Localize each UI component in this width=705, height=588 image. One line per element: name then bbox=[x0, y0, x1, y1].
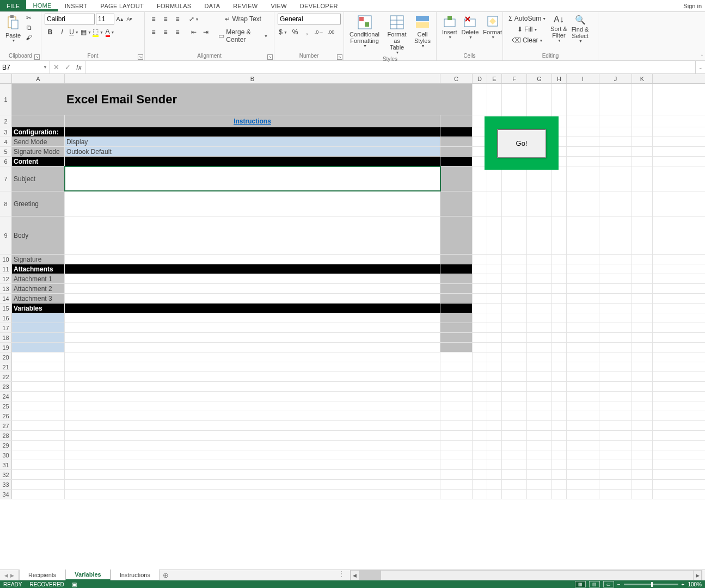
cell[interactable] bbox=[599, 264, 632, 274]
cell[interactable] bbox=[473, 401, 487, 411]
cell[interactable] bbox=[567, 157, 599, 166]
cell[interactable] bbox=[473, 392, 487, 401]
row-header[interactable]: 10 bbox=[0, 255, 12, 264]
cell[interactable] bbox=[567, 166, 599, 191]
cell[interactable] bbox=[440, 480, 473, 489]
cell[interactable] bbox=[599, 191, 632, 216]
cell[interactable] bbox=[552, 274, 567, 283]
cell[interactable] bbox=[567, 191, 599, 216]
cell[interactable] bbox=[502, 216, 527, 254]
cell[interactable] bbox=[632, 255, 653, 264]
cell[interactable] bbox=[65, 490, 440, 499]
cell[interactable] bbox=[567, 362, 599, 372]
orientation-button[interactable]: ⤢▼ bbox=[188, 14, 199, 24]
cell[interactable] bbox=[632, 333, 653, 342]
cell[interactable] bbox=[599, 343, 632, 352]
cell[interactable] bbox=[527, 264, 552, 274]
alignment-dialog-launcher[interactable]: ↘ bbox=[267, 54, 273, 60]
cell[interactable] bbox=[567, 431, 599, 440]
sign-in-link[interactable]: Sign in bbox=[680, 0, 705, 11]
cell[interactable] bbox=[632, 191, 653, 216]
cell[interactable] bbox=[473, 421, 487, 430]
cell[interactable] bbox=[552, 480, 567, 489]
cell[interactable] bbox=[502, 84, 527, 115]
cell[interactable] bbox=[502, 382, 527, 391]
hscroll-left-button[interactable]: ◀ bbox=[351, 570, 359, 580]
cell[interactable] bbox=[65, 470, 440, 479]
cell[interactable] bbox=[599, 362, 632, 372]
cell[interactable] bbox=[487, 401, 502, 411]
cell[interactable] bbox=[552, 441, 567, 450]
row-header[interactable]: 7 bbox=[0, 166, 12, 191]
cell[interactable] bbox=[567, 480, 599, 489]
cell[interactable] bbox=[440, 382, 473, 391]
row-header[interactable]: 18 bbox=[0, 333, 12, 342]
cell[interactable] bbox=[487, 362, 502, 372]
cell[interactable] bbox=[527, 343, 552, 352]
cell[interactable] bbox=[527, 284, 552, 293]
cell[interactable] bbox=[473, 352, 487, 362]
cell[interactable] bbox=[440, 460, 473, 469]
cell[interactable] bbox=[567, 304, 599, 313]
cell[interactable] bbox=[473, 304, 487, 313]
row-header[interactable]: 17 bbox=[0, 323, 12, 332]
attachment1-label[interactable]: Attachment 1 bbox=[12, 274, 65, 283]
cell-styles-button[interactable]: Cell Styles▼ bbox=[412, 14, 433, 49]
cell[interactable] bbox=[65, 157, 440, 166]
cell[interactable] bbox=[527, 490, 552, 499]
cell[interactable] bbox=[552, 166, 567, 191]
row-header[interactable]: 13 bbox=[0, 284, 12, 293]
align-top-button[interactable]: ≡ bbox=[148, 14, 159, 24]
italic-button[interactable]: I bbox=[57, 27, 68, 38]
worksheet-grid[interactable]: A B C D E F G H I J K 1 Excel Email Send… bbox=[0, 74, 705, 570]
cell[interactable] bbox=[632, 323, 653, 332]
cell[interactable] bbox=[440, 313, 473, 323]
cell[interactable] bbox=[552, 264, 567, 274]
row-header[interactable]: 15 bbox=[0, 304, 12, 313]
cell[interactable] bbox=[599, 84, 632, 115]
cell[interactable] bbox=[527, 313, 552, 323]
cell[interactable] bbox=[527, 304, 552, 313]
cell[interactable] bbox=[552, 431, 567, 440]
cell[interactable] bbox=[632, 382, 653, 391]
cell[interactable] bbox=[599, 352, 632, 362]
row-header[interactable]: 21 bbox=[0, 362, 12, 372]
cell[interactable] bbox=[502, 392, 527, 401]
find-select-button[interactable]: 🔍 Find & Select▼ bbox=[569, 14, 591, 44]
cell[interactable] bbox=[473, 166, 487, 191]
align-middle-button[interactable]: ≡ bbox=[160, 14, 171, 24]
cell[interactable] bbox=[65, 372, 440, 381]
tab-page-layout[interactable]: PAGE LAYOUT bbox=[94, 0, 150, 11]
cell[interactable] bbox=[527, 421, 552, 430]
cell[interactable] bbox=[567, 372, 599, 381]
cell[interactable] bbox=[567, 450, 599, 460]
cell[interactable] bbox=[567, 274, 599, 283]
cell[interactable] bbox=[632, 284, 653, 293]
cell[interactable] bbox=[440, 421, 473, 430]
cell[interactable] bbox=[567, 255, 599, 264]
cancel-formula-button[interactable]: ✕ bbox=[53, 63, 59, 71]
cell[interactable] bbox=[473, 372, 487, 381]
body-label[interactable]: Body bbox=[12, 216, 65, 254]
horizontal-scrollbar[interactable]: ◀ ▶ bbox=[350, 570, 702, 580]
col-header-I[interactable]: I bbox=[567, 74, 599, 83]
cell[interactable] bbox=[502, 480, 527, 489]
cell[interactable] bbox=[12, 323, 65, 332]
attachment2-label[interactable]: Attachment 2 bbox=[12, 284, 65, 293]
cell[interactable] bbox=[632, 470, 653, 479]
cell[interactable] bbox=[599, 372, 632, 381]
cell[interactable] bbox=[502, 166, 527, 191]
col-header-F[interactable]: F bbox=[502, 74, 527, 83]
cell[interactable] bbox=[567, 137, 599, 146]
row-header[interactable]: 25 bbox=[0, 401, 12, 411]
number-format-combo[interactable] bbox=[278, 14, 341, 24]
cell[interactable] bbox=[65, 392, 440, 401]
row-header[interactable]: 14 bbox=[0, 294, 12, 303]
decrease-decimal-button[interactable]: .00 bbox=[326, 27, 336, 38]
cell[interactable] bbox=[440, 431, 473, 440]
cell[interactable] bbox=[632, 274, 653, 283]
cell[interactable] bbox=[632, 264, 653, 274]
cell[interactable] bbox=[599, 255, 632, 264]
cell[interactable] bbox=[440, 372, 473, 381]
config-header[interactable]: Configuration: bbox=[12, 127, 65, 137]
